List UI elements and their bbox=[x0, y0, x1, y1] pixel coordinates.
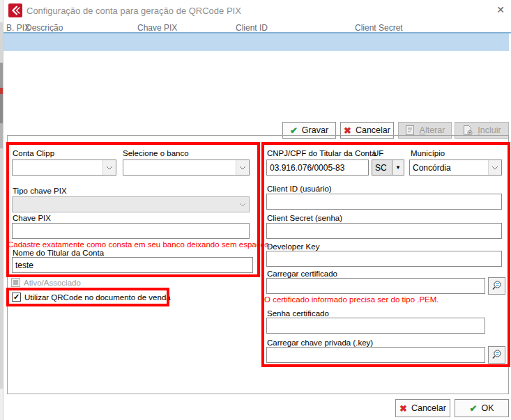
client-id-label: Client ID (usuário) bbox=[267, 184, 332, 194]
gravar-button-label: Gravar bbox=[302, 125, 328, 135]
alterar-button-label: Alterar bbox=[420, 125, 445, 135]
municipio-select[interactable]: Concórdia bbox=[409, 160, 502, 176]
chevron-down-icon bbox=[236, 197, 249, 212]
tipo-chave-pix-label: Tipo chave PIX bbox=[13, 186, 67, 196]
dropdown-arrow-icon[interactable]: ▼ bbox=[392, 160, 404, 175]
uf-select[interactable]: SC ▼ bbox=[372, 160, 404, 176]
chevron-down-icon[interactable] bbox=[102, 160, 116, 175]
ativo-associado-label: Ativo/Associado bbox=[24, 278, 81, 288]
chave-privada-label: Carregar chave privada (.key) bbox=[267, 338, 373, 348]
uf-label: UF bbox=[373, 148, 383, 158]
footer-cancelar-label: Cancelar bbox=[411, 403, 446, 413]
grid-col-descricao: Descrição bbox=[26, 23, 63, 33]
selecione-banco-label: Selecione o banco bbox=[123, 148, 189, 158]
cross-icon: ✖ bbox=[344, 126, 351, 135]
cancelar-button-label: Cancelar bbox=[356, 125, 390, 135]
municipio-label: Município bbox=[411, 148, 445, 158]
senha-certificado-input[interactable] bbox=[266, 318, 485, 334]
cross-icon: ✖ bbox=[399, 404, 407, 413]
check-icon: ✔ bbox=[470, 404, 478, 413]
chave-pix-label: Chave PIX bbox=[13, 213, 51, 223]
dialog-window: Configuração de conta para geração de QR… bbox=[3, 0, 511, 420]
magnifier-icon bbox=[491, 349, 503, 361]
municipio-value: Concórdia bbox=[410, 163, 488, 173]
dialog-title: Configuração de conta para geração de QR… bbox=[26, 6, 241, 16]
titlebar: Configuração de conta para geração de QR… bbox=[3, 0, 511, 21]
client-secret-input[interactable] bbox=[266, 223, 502, 239]
browse-chave-privada-button[interactable] bbox=[488, 346, 505, 364]
certificado-warning-text: O certificado informado precisa ser do t… bbox=[264, 295, 439, 304]
tipo-chave-pix-select bbox=[12, 196, 250, 212]
check-icon: ✔ bbox=[290, 126, 298, 135]
browse-certificado-button[interactable] bbox=[488, 277, 505, 295]
client-id-input[interactable] bbox=[266, 194, 502, 210]
footer-ok-button[interactable]: ✔ OK bbox=[455, 399, 509, 417]
chave-pix-input[interactable] bbox=[12, 223, 250, 239]
grid-col-client-secret: Client Secret bbox=[355, 23, 403, 33]
developer-key-input[interactable] bbox=[266, 251, 502, 267]
nome-titular-label: Nome do Titular da Conta bbox=[13, 248, 104, 258]
conta-clipp-select[interactable] bbox=[12, 160, 116, 176]
document-icon bbox=[405, 125, 415, 136]
chave-privada-input[interactable] bbox=[266, 347, 485, 363]
footer-ok-label: OK bbox=[481, 403, 494, 413]
checkbox-gray-fill bbox=[13, 280, 18, 285]
cnpj-input[interactable] bbox=[266, 160, 369, 176]
carregar-certificado-label: Carregar certificado bbox=[267, 269, 337, 279]
qrcode-venda-label: Utilizar QRCode no documento de venda bbox=[24, 293, 171, 302]
incluir-button-label: Incluir bbox=[478, 125, 501, 135]
grid-col-chave-pix: Chave PIX bbox=[137, 23, 177, 33]
grid-col-client-id: Client ID bbox=[236, 23, 268, 33]
uf-value: SC bbox=[372, 160, 392, 175]
client-secret-label: Client Secret (senha) bbox=[267, 213, 342, 223]
grid-selected-row[interactable] bbox=[3, 33, 509, 51]
chevron-down-icon[interactable] bbox=[236, 160, 249, 175]
app-logo-icon bbox=[8, 3, 22, 17]
document-plus-icon bbox=[462, 125, 473, 136]
developer-key-label: Developer Key bbox=[267, 242, 319, 251]
senha-certificado-label: Senha certificado bbox=[267, 309, 329, 318]
selecione-banco-select[interactable] bbox=[123, 160, 250, 176]
nome-titular-input[interactable] bbox=[12, 257, 253, 273]
footer-cancelar-button[interactable]: ✖ Cancelar bbox=[395, 399, 450, 417]
carregar-certificado-input[interactable] bbox=[266, 278, 485, 294]
cnpj-label: CNPJ/CPF do Titular da Conta bbox=[267, 148, 376, 158]
ativo-associado-checkbox bbox=[11, 278, 20, 287]
close-icon[interactable]: ✕ bbox=[493, 4, 508, 18]
magnifier-icon bbox=[491, 280, 503, 292]
qrcode-venda-checkbox[interactable]: ✓ bbox=[12, 293, 21, 302]
chevron-down-icon[interactable] bbox=[488, 160, 501, 175]
conta-clipp-label: Conta Clipp bbox=[13, 148, 54, 158]
